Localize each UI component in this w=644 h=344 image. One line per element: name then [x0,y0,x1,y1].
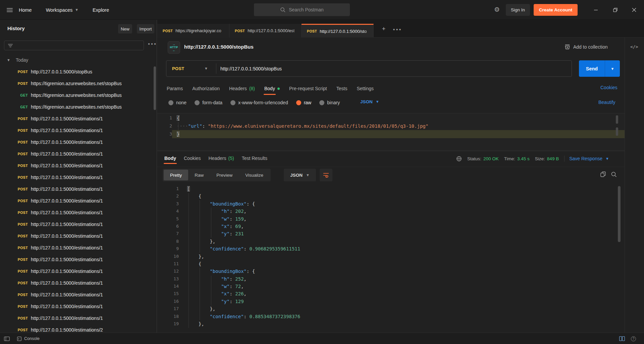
indent-guide [178,122,178,130]
history-item[interactable]: POSThttp://127.0.0.1:5000/estimations/1 [0,113,154,124]
response-scrollbar[interactable] [618,186,621,242]
status-value[interactable]: 200 OK [483,156,499,161]
history-item[interactable]: POSThttp://127.0.0.1:5000/estimations/1 [0,148,154,160]
response-body-viewer[interactable]: 1[2 {3 "boundingBox": {4 "h": 202,5 "w":… [157,184,625,333]
body-mode-none[interactable]: none [168,100,186,105]
history-item[interactable]: POSThttps://tigremion.azurewebsites.net/… [0,77,154,89]
url-input[interactable]: http://127.0.0.1:5000/stopBus [220,61,569,76]
history-item[interactable]: POSThttp://127.0.0.1:5000/estimations/1 [0,253,154,265]
history-item[interactable]: POSThttp://127.0.0.1:5000/estimations/1 [0,289,154,300]
wrap-text-button[interactable] [320,169,332,181]
tab-params[interactable]: Params [167,83,183,94]
editor-scrollbar[interactable] [616,115,618,124]
response-language-dropdown[interactable]: JSON ▼ [284,169,316,181]
body-mode-binary[interactable]: binary [319,100,340,105]
menu-item-workspaces[interactable]: Workspaces▼ [46,7,78,13]
search-input[interactable]: Search Postman [254,3,350,16]
radio-icon [168,100,173,105]
add-to-collection-button[interactable]: Add to collection [565,44,608,50]
response-tab-cookies[interactable]: Cookies [184,156,201,161]
history-section-today[interactable]: ▼ Today [7,57,28,63]
create-account-button[interactable]: Create Account [534,4,578,16]
history-item[interactable]: GEThttps://tigremion.azurewebsites.net/s… [0,101,154,113]
cookies-link[interactable]: Cookies [600,85,618,90]
history-item[interactable]: POSThttp://127.0.0.1:5000/estimations/1 [0,218,154,230]
code-snippet-icon[interactable]: </> [630,44,638,49]
body-mode-form-data[interactable]: form-data [195,100,222,105]
history-item[interactable]: POSThttp://127.0.0.1:5000/estimations/1 [0,124,154,136]
window-close-button[interactable] [627,0,641,20]
history-item[interactable]: GEThttps://tigremion.azurewebsites.net/s… [0,89,154,101]
time-value[interactable]: 3.45 s [517,156,530,161]
history-item[interactable]: POSThttp://127.0.0.1:5000/estimations/1 [0,265,154,277]
new-tab-button[interactable]: + [379,24,389,34]
history-more-icon[interactable]: ●●● [148,42,157,46]
response-tab-headers[interactable]: Headers(5) [209,156,234,161]
beautify-link[interactable]: Beautify [598,100,615,105]
view-tab-visualize[interactable]: Visualize [239,170,270,180]
editor-scrollbar[interactable] [616,127,618,136]
view-tab-raw[interactable]: Raw [188,170,210,180]
history-item[interactable]: POSThttp://127.0.0.1:5000/estimations/1 [0,312,154,324]
save-response-button[interactable]: Save Response [569,156,602,161]
body-mode-raw[interactable]: raw [296,100,312,105]
unsaved-dot-icon [277,88,280,90]
response-tab-body[interactable]: Body [164,156,176,161]
new-button[interactable]: New [118,24,132,34]
hamburger-menu-icon[interactable] [7,8,13,12]
history-item[interactable]: POSThttp://127.0.0.1:5000/estimations/1 [0,171,154,183]
response-tab-test-results[interactable]: Test Results [242,156,267,161]
open-request-tab[interactable]: POSThttps://tigrehackjoyar.co [157,24,229,38]
menu-item-explore[interactable]: Explore [93,7,109,13]
tab-headers[interactable]: Headers(8) [229,83,255,94]
code-line: 15 "x": 226, [157,290,625,297]
help-icon[interactable]: ? [631,336,636,341]
history-item[interactable]: POSThttp://127.0.0.1:5000/estimations/1 [0,230,154,242]
open-request-tab[interactable]: POSThttp://127.0.0.1:5000/sto [302,24,374,38]
open-request-tab[interactable]: POSThttp://127.0.0.1:5000/est [229,24,302,38]
tab-options-icon[interactable]: ●●● [392,26,403,33]
history-item[interactable]: POSThttp://127.0.0.1:5000/estimations/1 [0,242,154,253]
menu-item-home[interactable]: Home [19,7,32,13]
history-filter-input[interactable] [16,43,137,48]
code-content: "boundingBox": { [179,200,625,208]
sign-in-button[interactable]: Sign In [506,4,530,16]
view-tab-preview[interactable]: Preview [210,170,239,180]
tab-body[interactable]: Body [264,83,280,94]
body-mode-x-www-form-urlencoded[interactable]: x-www-form-urlencoded [230,100,288,105]
history-item[interactable]: POSThttp://127.0.0.1:5000/estimations/1 [0,160,154,171]
history-item[interactable]: POSThttp://127.0.0.1:5000/estimations/1 [0,183,154,195]
response-search-icon[interactable] [611,171,617,177]
window-restore-button[interactable] [608,0,623,20]
send-options-chevron-icon[interactable]: ▼ [605,60,620,77]
send-button[interactable]: Send ▼ [579,60,620,77]
copy-icon[interactable] [600,171,606,177]
tab-settings[interactable]: Settings [357,83,374,94]
history-item[interactable]: POSThttp://127.0.0.1:5000/estimations/1 [0,136,154,148]
view-tab-pretty[interactable]: Pretty [164,170,188,180]
body-language-dropdown[interactable]: JSON ▼ [360,99,379,104]
tab-label: Body [264,86,275,91]
history-item[interactable]: POSThttp://127.0.0.1:5000/stopBus [0,66,154,77]
tab-authorization[interactable]: Authorization [192,83,220,94]
response-view-tabs: PrettyRawPreviewVisualize [163,169,271,181]
method-dropdown[interactable]: POST ▼ [166,61,216,76]
tab-pre-request-script[interactable]: Pre-request Script [289,83,327,94]
network-globe-icon[interactable] [456,156,462,162]
sidebar-scrollbar[interactable] [154,66,156,110]
tab-tests[interactable]: Tests [336,83,347,94]
response-section-tabs: BodyCookiesHeaders(5)Test Results [164,154,267,163]
request-body-editor[interactable]: 1{2····"url": "https://www.eluniversalqu… [157,113,625,151]
code-line: 16 "y": 129 [157,298,625,305]
sidebar-toggle-icon[interactable] [4,337,10,341]
history-item[interactable]: POSThttp://127.0.0.1:5000/estimations/1 [0,300,154,312]
window-minimize-button[interactable] [588,0,603,20]
history-item[interactable]: POSThttp://127.0.0.1:5000/estimations/1 [0,195,154,207]
import-button[interactable]: Import [137,24,154,34]
console-toggle[interactable]: Console [17,336,40,341]
gear-icon[interactable]: ⚙ [494,6,500,13]
history-item[interactable]: POSThttp://127.0.0.1:5000/estimations/1 [0,207,154,218]
split-pane-icon[interactable] [619,336,625,341]
history-item[interactable]: POSThttp://127.0.0.1:5000/estimations/1 [0,277,154,289]
size-value[interactable]: 849 B [547,156,559,161]
